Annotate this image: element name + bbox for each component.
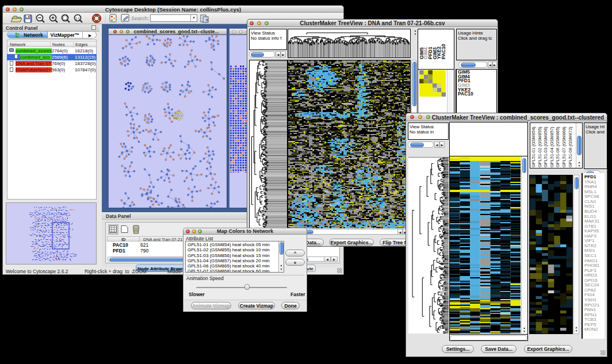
svg-text:GPL51-02 (GSM855): GPL51-02 (GSM855) [537,127,542,167]
svg-text:B: B [206,18,208,22]
svg-text:GPL51-03 (GSM856): GPL51-03 (GSM856) [543,127,548,167]
svg-text:GPL51-07 (GSM868): GPL51-07 (GSM868) [561,127,567,167]
svg-text:PAC10: PAC10 [441,44,446,59]
svg-text:1:1: 1:1 [75,17,80,20]
svg-text:GPL51-04 (GSM857): GPL51-04 (GSM857) [549,127,554,167]
svg-text:GPL51-06 (GSM865): GPL51-06 (GSM865) [555,127,560,167]
svg-text:GPL51-08 (GSM872): GPL51-08 (GSM872) [568,127,573,167]
svg-text:GPL51-01 (GSM854): GPL51-01 (GSM854) [531,127,536,167]
